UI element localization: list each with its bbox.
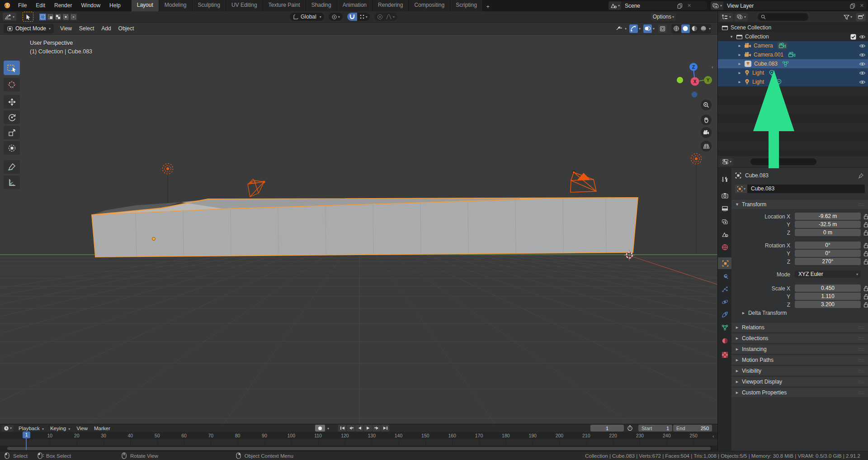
options-button[interactable]: Options▾ xyxy=(651,13,676,21)
workspace-tab-texture-paint[interactable]: Texture Paint xyxy=(263,0,306,11)
timeline-menu-view[interactable]: View xyxy=(73,426,91,431)
shading-rendered-button[interactable] xyxy=(699,24,708,33)
menu-window[interactable]: Window xyxy=(76,0,105,11)
camera-data-icon[interactable] xyxy=(778,42,787,49)
jump-to-start-button[interactable] xyxy=(338,425,346,432)
transform-orientation-dropdown[interactable]: Global▾ xyxy=(290,13,324,21)
camera-view-button[interactable] xyxy=(701,127,712,138)
view-layer-name[interactable]: View Layer xyxy=(723,3,848,9)
workspace-tab-modeling[interactable]: Modeling xyxy=(159,0,193,11)
gizmo-y-neg-axis[interactable] xyxy=(677,77,683,83)
lock-icon[interactable] xyxy=(863,285,868,291)
tool-annotate-button[interactable] xyxy=(4,160,20,174)
value-field[interactable]: 0.450 xyxy=(795,285,861,292)
expand-toggle-icon[interactable]: ► xyxy=(738,62,744,66)
camera-object[interactable] xyxy=(248,179,265,197)
outliner-filter-type-button[interactable]: ▾ xyxy=(735,13,748,21)
editor-type-button[interactable]: ▾ xyxy=(3,13,16,21)
snap-settings-dropdown[interactable]: ▾ xyxy=(357,14,370,19)
rotation-mode-dropdown[interactable]: XYZ Euler▾ xyxy=(795,270,861,278)
expand-toggle-icon[interactable]: ► xyxy=(738,80,744,84)
overlays-toggle[interactable] xyxy=(643,24,652,33)
properties-tab-modifiers[interactable] xyxy=(718,270,731,282)
outliner-item-label[interactable]: Scene Collection xyxy=(731,24,771,31)
properties-tab-world[interactable] xyxy=(718,241,731,253)
copy-icon[interactable] xyxy=(675,3,684,9)
collapse-toggle-icon[interactable]: ▼ xyxy=(730,35,736,39)
tool-move-button[interactable] xyxy=(4,95,20,109)
navigation-gizmo[interactable]: Z Y X xyxy=(676,62,715,100)
select-set-button[interactable] xyxy=(39,13,47,21)
expand-toggle-icon[interactable]: ► xyxy=(738,53,744,57)
shading-dropdown-arrow[interactable]: ▾ xyxy=(709,27,711,31)
timeline-menu-marker[interactable]: Marker xyxy=(91,426,113,431)
view-layer-icon[interactable]: ▾ xyxy=(711,1,723,10)
value-field[interactable]: 0 m xyxy=(795,229,861,236)
viewport-menu-add[interactable]: Add xyxy=(98,25,114,32)
outliner-row-camera-001[interactable]: ►Camera.001 xyxy=(718,50,868,59)
gizmo-dropdown-arrow[interactable]: ▾ xyxy=(639,27,641,31)
menu-help[interactable]: Help xyxy=(105,0,125,11)
viewport-menu-select[interactable]: Select xyxy=(75,25,98,32)
lock-icon[interactable] xyxy=(863,242,868,248)
properties-tab-particles[interactable] xyxy=(718,283,731,295)
outliner-item-label[interactable]: Camera.001 xyxy=(754,52,783,58)
tool-transform-button[interactable] xyxy=(4,141,20,155)
snap-toggle[interactable] xyxy=(347,13,357,21)
auto-key-button[interactable] xyxy=(315,425,325,432)
jump-to-end-button[interactable] xyxy=(381,425,389,432)
tool-cursor-button[interactable] xyxy=(4,78,20,91)
active-tool-button[interactable] xyxy=(23,12,33,22)
new-collection-button[interactable] xyxy=(856,13,866,21)
view-layer-selector[interactable]: ▾ View Layer ✕ xyxy=(711,1,867,10)
timeline-menu-playback[interactable]: Playback ▾ xyxy=(15,426,47,431)
tool-box-select-button[interactable] xyxy=(4,61,20,75)
camera-object-active[interactable] xyxy=(571,171,596,192)
outliner-row-camera[interactable]: ►Camera xyxy=(718,41,868,50)
workspace-tab-compositing[interactable]: Compositing xyxy=(409,0,450,11)
blender-logo-icon[interactable] xyxy=(0,2,14,9)
cube-object[interactable] xyxy=(92,198,638,257)
panel-custom-properties[interactable]: ►Custom Properties:::: xyxy=(731,387,868,397)
pan-hand-button[interactable] xyxy=(701,114,712,125)
select-intersect-button[interactable] xyxy=(70,13,77,21)
viewport-3d[interactable]: Object Mode▾ ViewSelectAddObject ▾ ▾ ▾ ▾… xyxy=(0,23,717,424)
workspace-tab-shading[interactable]: Shading xyxy=(306,0,337,11)
expand-toggle-icon[interactable]: ► xyxy=(738,44,744,48)
panel-motion-paths[interactable]: ►Motion Paths:::: xyxy=(731,355,868,365)
pivot-point-dropdown[interactable]: ▾ xyxy=(329,13,343,21)
keying-dropdown-arrow[interactable]: ▾ xyxy=(327,427,329,431)
expand-toggle-icon[interactable]: ► xyxy=(738,71,744,75)
play-reverse-button[interactable] xyxy=(355,425,363,432)
scene-name[interactable]: Scene xyxy=(621,3,675,9)
lock-icon[interactable] xyxy=(863,302,868,308)
timeline-scrollbar[interactable] xyxy=(7,447,711,450)
outliner-display-mode-button[interactable]: ▾ xyxy=(720,13,733,21)
play-button[interactable] xyxy=(364,425,372,432)
workspace-tab-scripting[interactable]: Scripting xyxy=(450,0,483,11)
stopwatch-icon[interactable] xyxy=(627,425,633,431)
lock-icon[interactable] xyxy=(863,230,868,236)
overlays-dropdown-arrow[interactable]: ▾ xyxy=(653,27,655,31)
proportional-falloff-dropdown[interactable]: ▾ xyxy=(386,14,395,19)
properties-tab-render[interactable] xyxy=(718,190,731,201)
value-field[interactable]: 270° xyxy=(795,258,861,265)
transform-panel-header[interactable]: ▼Transform:::: xyxy=(731,199,868,209)
tool-rotate-button[interactable] xyxy=(4,110,20,124)
current-frame-field[interactable]: 1 xyxy=(590,425,624,432)
timeline-editor-type-button[interactable]: ▾ xyxy=(2,425,14,432)
start-frame-field[interactable]: Start1 xyxy=(638,425,672,432)
mode-dropdown[interactable]: Object Mode▾ xyxy=(4,24,54,33)
panel-viewport-display[interactable]: ►Viewport Display:::: xyxy=(731,376,868,386)
outliner-item-label[interactable]: Cube.083 xyxy=(754,61,778,67)
pin-icon[interactable] xyxy=(858,173,864,179)
zoom-button[interactable] xyxy=(701,100,712,110)
timeline-ruler[interactable]: 1020304050607080901001101201301401501601… xyxy=(0,432,717,439)
workspace-tab-rendering[interactable]: Rendering xyxy=(373,0,409,11)
shading-wireframe-button[interactable] xyxy=(672,24,681,33)
panel-visibility[interactable]: ►Visibility:::: xyxy=(731,365,868,375)
properties-tab-material[interactable] xyxy=(718,335,731,346)
gizmo-z-neg-axis[interactable] xyxy=(692,92,698,98)
properties-tab-scene[interactable] xyxy=(718,228,731,240)
properties-tab-object-data[interactable] xyxy=(718,322,731,333)
